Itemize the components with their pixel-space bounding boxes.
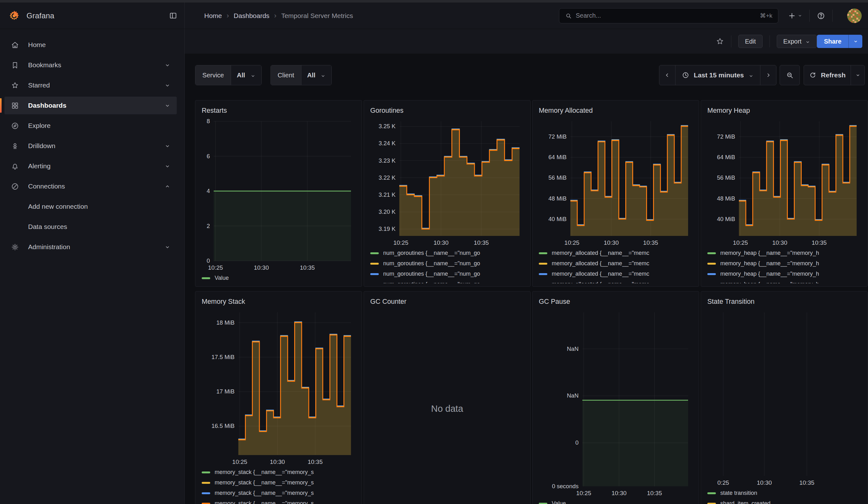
sidebar-item-add-new-connection[interactable]: Add new connection [4, 198, 177, 215]
legend-item[interactable]: Value [202, 273, 355, 283]
svg-text:3.22 K: 3.22 K [379, 174, 396, 181]
panel-title-state-transition[interactable]: State Transition [707, 296, 861, 307]
sidebar-item-label: Alerting [28, 162, 51, 170]
svg-text:3.20 K: 3.20 K [379, 208, 396, 215]
favorite-star-icon[interactable] [716, 37, 724, 45]
chevron-down-icon[interactable] [164, 62, 170, 68]
legend-item[interactable]: state transition [707, 488, 861, 498]
panel-title-goroutines[interactable]: Goroutines [370, 105, 524, 116]
panel-title-memory-stack[interactable]: Memory Stack [202, 296, 355, 307]
topbar-actions: Search... ⌘+k [559, 8, 868, 23]
legend-series-dash-icon [707, 252, 716, 254]
sidebar-toggle-icon[interactable] [169, 11, 177, 20]
sidebar-item-dashboards[interactable]: Dashboards [4, 96, 177, 114]
legend-series-dash-icon [370, 263, 379, 265]
legend-series-label: memory_heap {__name__="memory_h [720, 281, 819, 283]
legend-series-dash-icon [370, 273, 379, 275]
legend-series-label: memory_stack {__name__="memory_s [215, 490, 314, 496]
legend-item[interactable]: num_goroutines {__name__="num_go [370, 248, 524, 258]
legend-series-label: num_goroutines {__name__="num_go [383, 281, 480, 283]
legend-series-label: shard_item_created [720, 500, 771, 504]
grafana-logo-icon[interactable] [8, 10, 20, 22]
no-data-message: No data [370, 309, 524, 504]
sidebar-item-drilldown[interactable]: Drilldown [4, 137, 177, 155]
svg-text:10:30: 10:30 [604, 239, 619, 246]
chart-memory-stack: 18 MiB17.5 MiB17 MiB16.5 MiB10:2510:3010… [202, 309, 355, 466]
panel-title-restarts[interactable]: Restarts [202, 105, 355, 116]
chevron-down-icon[interactable] [164, 103, 170, 109]
sidebar-item-starred[interactable]: Starred [4, 76, 177, 94]
svg-text:40 MiB: 40 MiB [548, 216, 567, 222]
svg-text:17.5 MiB: 17.5 MiB [211, 354, 235, 360]
legend-item[interactable]: memory_allocated {__name__="memc [539, 269, 693, 279]
legend-series-dash-icon [202, 277, 210, 279]
legend-item[interactable]: memory_stack {__name__="memory_s [202, 467, 355, 477]
chart-memory-heap: 72 MiB64 MiB56 MiB48 MiB40 MiB10:2510:30… [707, 117, 861, 247]
star-icon [11, 81, 19, 90]
legend-series-dash-icon [202, 503, 210, 504]
svg-text:NaN: NaN [567, 392, 579, 399]
legend-item[interactable]: memory_heap {__name__="memory_h [707, 279, 861, 283]
breadcrumb: Home › Dashboards › Temporal Server Metr… [204, 12, 353, 20]
chart-state-transition: 0:2510:3010:35 [707, 309, 861, 487]
panel-title-memory-heap[interactable]: Memory Heap [707, 105, 861, 116]
svg-text:10:30: 10:30 [611, 490, 627, 496]
svg-text:10:30: 10:30 [270, 459, 285, 465]
sidebar-item-home[interactable]: Home [4, 36, 177, 54]
legend-gc-pause: Value [539, 498, 693, 504]
svg-text:10:35: 10:35 [300, 264, 315, 271]
panel-state-transition: State Transition0:2510:3010:35state tran… [701, 291, 868, 504]
panel-title-gc-counter[interactable]: GC Counter [370, 296, 524, 307]
svg-text:10:25: 10:25 [208, 264, 223, 271]
legend-item[interactable]: memory_heap {__name__="memory_h [707, 248, 861, 258]
breadcrumb-dashboards[interactable]: Dashboards [234, 12, 269, 20]
chevron-down-icon[interactable] [164, 143, 170, 149]
legend-item[interactable]: shard_item_created [707, 498, 861, 504]
legend-series-label: memory_stack {__name__="memory_s [215, 480, 314, 486]
help-icon[interactable] [817, 11, 825, 20]
sidebar-item-label: Add new connection [28, 203, 88, 210]
breadcrumb-home[interactable]: Home [204, 12, 222, 20]
legend-item[interactable]: memory_allocated {__name__="memc [539, 279, 693, 283]
legend-series-dash-icon [202, 492, 210, 494]
chevron-down-icon[interactable] [164, 163, 170, 169]
user-avatar[interactable] [847, 9, 862, 23]
legend-item[interactable]: num_goroutines {__name__="num_go [370, 258, 524, 269]
panel-title-gc-pause[interactable]: GC Pause [539, 296, 693, 307]
search-input[interactable]: Search... ⌘+k [559, 8, 778, 23]
chevron-down-icon[interactable] [164, 244, 170, 250]
add-new-button[interactable] [788, 12, 802, 20]
sidebar-item-bookmarks[interactable]: Bookmarks [4, 56, 177, 74]
legend-item[interactable]: num_goroutines {__name__="num_go [370, 279, 524, 283]
edit-button[interactable]: Edit [738, 35, 762, 48]
svg-text:3.25 K: 3.25 K [379, 123, 396, 130]
legend-item[interactable]: memory_heap {__name__="memory_h [707, 269, 861, 279]
share-button[interactable]: Share [817, 35, 848, 48]
legend-item[interactable]: memory_allocated {__name__="memc [539, 258, 693, 269]
svg-text:0:25: 0:25 [717, 480, 729, 486]
chevron-down-icon[interactable] [164, 82, 170, 89]
legend-item[interactable]: num_goroutines {__name__="num_go [370, 269, 524, 279]
share-dropdown-button[interactable] [848, 35, 862, 48]
chart-area-memory-allocated: 72 MiB64 MiB56 MiB48 MiB40 MiB10:2510:30… [539, 117, 693, 247]
sidebar-item-administration[interactable]: Administration [4, 238, 177, 256]
sidebar-item-connections[interactable]: Connections [4, 177, 177, 195]
svg-text:0 seconds: 0 seconds [552, 483, 579, 490]
svg-text:72 MiB: 72 MiB [717, 133, 735, 140]
legend-item[interactable]: memory_allocated {__name__="memc [539, 248, 693, 258]
legend-item[interactable]: memory_stack {__name__="memory_s [202, 477, 355, 488]
breadcrumb-separator: › [227, 12, 229, 20]
legend-series-label: state transition [720, 490, 757, 496]
svg-text:18 MiB: 18 MiB [216, 319, 235, 326]
sidebar-item-data-sources[interactable]: Data sources [4, 218, 177, 236]
sidebar-item-alerting[interactable]: Alerting [4, 157, 177, 175]
chevron-up-icon[interactable] [164, 184, 170, 189]
legend-item[interactable]: memory_stack {__name__="memory_s [202, 488, 355, 498]
sidebar-item-explore[interactable]: Explore [4, 117, 177, 134]
legend-item[interactable]: memory_heap {__name__="memory_h [707, 258, 861, 269]
export-button[interactable]: Export [777, 35, 817, 48]
legend-item[interactable]: Value [539, 498, 693, 504]
svg-text:17 MiB: 17 MiB [216, 388, 235, 395]
panel-title-memory-allocated[interactable]: Memory Allocated [539, 105, 693, 116]
legend-item[interactable]: memory_stack {__name__="memory_s [202, 498, 355, 504]
